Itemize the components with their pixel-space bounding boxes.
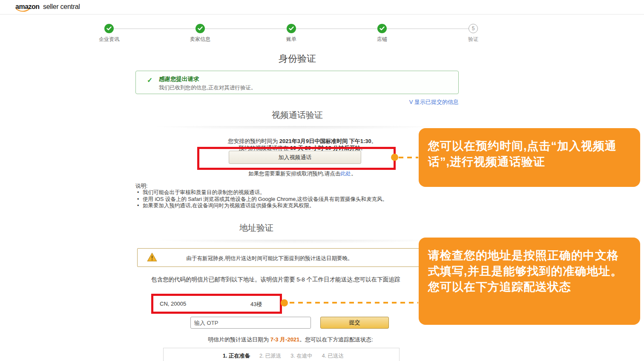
delivery-suffix: 。您可以在下方追踪配送状态: <box>299 336 373 343</box>
tracking-steps-row: 1. 正在准备 2. 已派送 3. 在途中 4. 已送达 <box>223 352 344 360</box>
address-section-title: 地址验证 <box>137 222 376 234</box>
note-item: 如果要加入预约通话,在设备询问时为视频通话提供摄像头和麦克风权限。 <box>137 203 435 209</box>
address-panel-top-edge <box>135 240 458 245</box>
step-circle-business-info <box>104 24 114 33</box>
reschedule-prefix: 如果您需要重新安排或取消预约,请点击 <box>248 171 340 177</box>
step-number: 5 <box>472 26 475 32</box>
top-bar: amazon seller central <box>0 0 644 14</box>
logo-text-seller-central: seller central <box>43 3 80 10</box>
delivery-estimate-line: 明信片的预计送达日期为 7-3 月-2021。您可以在下方追踪配送状态: <box>137 336 444 344</box>
video-panel-top-edge <box>135 126 458 131</box>
amazon-wordmark: amazon <box>15 3 40 11</box>
annotation-dashed-line <box>399 157 418 158</box>
warning-icon <box>147 252 157 264</box>
success-banner-description: 我们已收到您的信息,正在对其进行验证。 <box>159 84 256 92</box>
step-label-store: 店铺 <box>352 36 412 43</box>
reschedule-suffix: 。 <box>351 171 356 177</box>
delivery-prefix: 明信片的预计送达日期为 <box>208 336 270 343</box>
step-label-billing: 账单 <box>262 36 321 43</box>
step-label-verification: 验证 <box>443 36 503 43</box>
page-title: 身份验证 <box>135 52 459 65</box>
notes-list: 我们可能会出于审核和质量目的录制您的视频通话。 使用 iOS 设备上的 Safa… <box>137 189 435 209</box>
annotation-dot <box>391 154 398 161</box>
tracking-step-preparing: 1. 正在准备 <box>223 352 250 360</box>
otp-input[interactable] <box>190 317 311 329</box>
success-banner: ✓ 感谢您提出请求 我们已收到您的信息,正在对其进行验证。 <box>135 71 459 94</box>
check-icon: ✓ <box>147 76 152 84</box>
tracking-step-dispatched: 2. 已派送 <box>259 352 281 360</box>
note-item: 我们可能会出于审核和质量目的录制您的视频通话。 <box>137 189 435 196</box>
reschedule-line: 如果您需要重新安排或取消预约,请点击此处。 <box>149 170 456 178</box>
amazon-smile-icon <box>16 9 30 12</box>
step-circle-verification: 5 <box>469 24 478 33</box>
video-call-section-title: 视频通话验证 <box>135 109 459 121</box>
notes-title: 说明: <box>135 183 147 190</box>
highlight-box-join-button <box>197 147 396 170</box>
step-label-seller-info: 卖家信息 <box>170 36 230 43</box>
appointment-datetime: 2021年3月9日中国标准时间 下午1:30 <box>279 138 371 144</box>
step-label-business-info: 企业资讯 <box>79 36 139 43</box>
note-item: 使用 iOS 设备上的 Safari 浏览器或其他设备上的 Google Chr… <box>137 196 435 203</box>
success-banner-title: 感谢您提出请求 <box>159 75 199 83</box>
tracking-step-delivered: 4. 已送达 <box>322 352 344 360</box>
page: amazon seller central 5 企业资讯 卖家信息 账单 店铺 … <box>0 0 644 361</box>
annotation-callout-video: 您可以在预约时间,点击“加入视频通话”,进行视频通话验证 <box>419 128 640 187</box>
step-circle-store <box>377 24 387 33</box>
appointment-suffix: 。 <box>371 138 377 144</box>
show-submitted-info-link[interactable]: V 显示已提交的信息 <box>135 98 459 106</box>
submit-button[interactable]: 提交 <box>320 317 389 329</box>
check-icon <box>289 26 294 31</box>
check-icon <box>106 26 112 31</box>
covid-warning-banner: 由于有新冠肺炎,明信片送达时间可能比下面提到的预计送达日期要晚。 <box>137 248 459 267</box>
step-circle-billing <box>287 24 296 33</box>
appointment-prefix: 您安排的预约时间为 <box>228 138 279 144</box>
check-icon <box>198 26 203 31</box>
covid-warning-text: 由于有新冠肺炎,明信片送达时间可能比下面提到的预计送达日期要晚。 <box>163 255 376 262</box>
delivery-date: 7-3 月-2021 <box>270 336 300 343</box>
highlight-box-address <box>151 294 282 314</box>
amazon-seller-central-logo[interactable]: amazon seller central <box>15 3 80 11</box>
annotation-dashed-line <box>290 302 418 304</box>
reschedule-here-link[interactable]: 此处 <box>340 171 351 177</box>
check-icon <box>380 26 385 31</box>
tracking-step-in-transit: 3. 在途中 <box>290 352 312 360</box>
step-circle-seller-info <box>196 24 205 33</box>
tracking-status-box: 1. 正在准备 2. 已派送 3. 在途中 4. 已送达 <box>163 348 400 361</box>
annotation-callout-address: 请检查您的地址是按照正确的中文格式填写,并且是能够找到的准确地址。您可以在下方追… <box>419 238 640 325</box>
annotation-dot <box>281 299 288 307</box>
